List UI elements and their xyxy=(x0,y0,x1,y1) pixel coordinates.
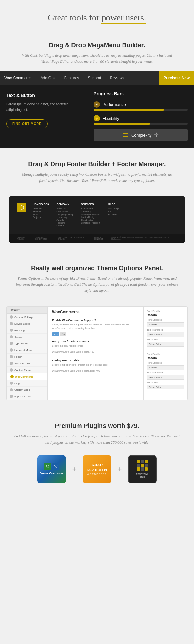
sidebar-item-typography[interactable]: Typography xyxy=(7,340,47,347)
right-select-color[interactable]: Select Color xyxy=(147,342,184,347)
right-field-label-3: Text Transform xyxy=(147,328,184,331)
megamenu-description: With Cast, building a drop down mega men… xyxy=(19,53,175,65)
plus-sign-1: + xyxy=(72,465,77,473)
essential-grid-logo: ESSENTIALGRID xyxy=(128,455,157,483)
nav-woocommerce[interactable]: Woo Commerce xyxy=(0,71,36,85)
contact-icon xyxy=(10,368,13,372)
footer-link: Partners xyxy=(56,222,73,224)
section2-desc: Specify the body font properties. xyxy=(52,344,139,348)
right-select-subsets2[interactable]: Subsets xyxy=(147,365,184,370)
theme-options-description: Theme Options is the heart of any WordPr… xyxy=(13,276,181,294)
footer-link: Construction xyxy=(81,219,100,221)
woo-icon xyxy=(10,375,14,378)
yes-no-toggle[interactable]: Yes No xyxy=(52,332,139,336)
find-out-more-button[interactable]: FIND OUT MORE xyxy=(6,119,48,128)
right-field-value-5: Roboto xyxy=(147,356,184,360)
complexity-label: Complexity xyxy=(131,133,151,138)
demo-right-title: Progress Bars xyxy=(94,91,188,96)
footer-col-services: Services Architecture Consulting Buildin… xyxy=(81,203,100,227)
sidebar-item-branding[interactable]: Branding xyxy=(7,327,47,334)
no-button[interactable]: No xyxy=(60,332,66,336)
options-right-panel: Font Family Roboto Font Subsets Subsets … xyxy=(143,307,187,400)
footer-link: Projects xyxy=(33,216,49,218)
options-main-content: WooCommerce Enable WooCommerce Support? … xyxy=(48,307,143,400)
vc-label: Visual Composer xyxy=(40,472,63,475)
sidebar-item-social[interactable]: Social Profiles xyxy=(7,360,47,367)
sidebar-item-customcode[interactable]: Custom Code xyxy=(7,387,47,393)
device-icon xyxy=(10,322,13,325)
nav-features[interactable]: Features xyxy=(60,71,83,85)
right-field-label-2: Font Subsets xyxy=(147,319,184,321)
footer-col-homepages: Homepages About Us Services Work Project… xyxy=(33,203,49,227)
megamenu-title: Drag & Drop MegaMenu Builder. xyxy=(19,42,175,49)
options-sidebar: Default General Settings Device Specs Br… xyxy=(7,307,48,400)
settings-icon xyxy=(10,315,13,319)
theme-options-title: Really well organized Theme Options Pane… xyxy=(13,265,181,272)
right-field-label-7: Text Transform xyxy=(147,371,184,374)
sidebar-header: Default xyxy=(7,307,47,314)
grid-icon xyxy=(137,460,148,471)
demo-left-body: Lorem ipsum dolor sit amet, consectetur … xyxy=(6,102,81,113)
sidebar-item-general[interactable]: General Settings xyxy=(7,314,47,320)
footer-link: Awards xyxy=(56,219,73,221)
footer-bottom-links: Privacy Policy Terms & Conditions Copyri… xyxy=(17,236,111,240)
complexity-badge[interactable]: Complexity ✛ xyxy=(94,129,188,141)
right-select-transform2[interactable]: Text Transform xyxy=(147,375,184,380)
section2-title: Body Font for shop content xyxy=(52,340,139,343)
right-select-subsets[interactable]: Subsets xyxy=(147,322,184,327)
nav-addons[interactable]: Add-Ons xyxy=(36,71,60,85)
sidebar-item-import[interactable]: Import / Export xyxy=(7,393,47,400)
footer-demo-bottom: Privacy Policy Terms & Conditions Copyri… xyxy=(9,234,185,243)
nav-support[interactable]: Support xyxy=(83,71,106,85)
lines-icon xyxy=(123,133,128,137)
footer-link: About Us xyxy=(56,208,73,210)
footer-columns: Homepages About Us Services Work Project… xyxy=(33,203,177,227)
sidebar-item-header[interactable]: Header & Menu xyxy=(7,347,47,354)
footer-col-company-heading: Company xyxy=(56,203,73,206)
footer-link: Careers xyxy=(56,225,73,227)
footer-link: Leadership xyxy=(56,216,73,218)
section2-default: Default: #000000, 16px, 30px, Roboto, 40… xyxy=(52,350,139,354)
right-field-label-8: Font Color xyxy=(147,381,184,384)
plugins-description: Get full versions of the most popular pl… xyxy=(13,433,181,445)
purchase-now-button[interactable]: Purchase Now xyxy=(159,71,194,85)
yes-button[interactable]: Yes xyxy=(52,332,59,336)
blog-icon xyxy=(10,382,13,385)
footer-link: Work xyxy=(33,213,49,215)
right-select-color2[interactable]: Select Color xyxy=(147,385,184,389)
sidebar-item-contact[interactable]: Contact Forms xyxy=(7,367,47,373)
demo-left-title: Text & Button xyxy=(6,93,81,98)
footer-link: Core Values xyxy=(56,210,73,213)
options-main-title: WooCommerce xyxy=(52,310,139,316)
progress-performance: ☀ Performance xyxy=(94,101,188,111)
footer-logo: ⬡ xyxy=(17,203,26,212)
footer-col-homepages-heading: Homepages xyxy=(33,203,49,206)
footer-link: Concrete Transport xyxy=(81,222,100,224)
progress-flexibility: ⚡ Flexibility xyxy=(94,115,188,125)
sidebar-item-woocommerce[interactable]: WooCommerce xyxy=(7,373,47,380)
flexibility-label: Flexibility xyxy=(102,116,119,121)
section1-desc: If 'Yes', the theme offers support for W… xyxy=(52,323,139,330)
sidebar-item-blog[interactable]: Blog xyxy=(7,380,47,387)
sidebar-item-colors[interactable]: Colors xyxy=(7,334,47,340)
footer-builder-title: Drag & Drop Footer Builder + Footer Mana… xyxy=(19,161,175,168)
footer-link: About Us xyxy=(33,208,49,210)
section1-title: Enable WooCommerce Support? xyxy=(52,319,139,322)
nav-reviews[interactable]: Reviews xyxy=(106,71,128,85)
footer-bottom-link: Copyright Infringement Policy xyxy=(58,236,90,240)
bolt-icon: ⚡ xyxy=(94,115,100,121)
sidebar-item-device[interactable]: Device Specs xyxy=(7,320,47,327)
sidebar-item-footer[interactable]: Footer xyxy=(7,354,47,360)
section3: Listing Product Title Specify font prope… xyxy=(52,356,139,372)
megamenu-section: Drag & Drop MegaMenu Builder. With Cast,… xyxy=(0,32,194,71)
plus-sign-2: + xyxy=(117,465,122,473)
demo-left-panel: Text & Button Lorem ipsum dolor sit amet… xyxy=(0,85,87,148)
footer-link: Services xyxy=(33,210,49,213)
footer-link: Architecture xyxy=(81,208,100,210)
plugins-row: ⬡ W Visual Composer + SLIDER REVOLUTION … xyxy=(13,455,181,483)
flexibility-bar-fill xyxy=(94,123,150,125)
right-field-label-4: Font Color xyxy=(147,338,184,341)
section3-default: Default: #000000, 16px, 24px, Roboto, Da… xyxy=(52,369,139,373)
footer-builder-section: Drag & Drop Footer Builder + Footer Mana… xyxy=(0,148,194,190)
right-select-transform[interactable]: Text Transform xyxy=(147,332,184,337)
